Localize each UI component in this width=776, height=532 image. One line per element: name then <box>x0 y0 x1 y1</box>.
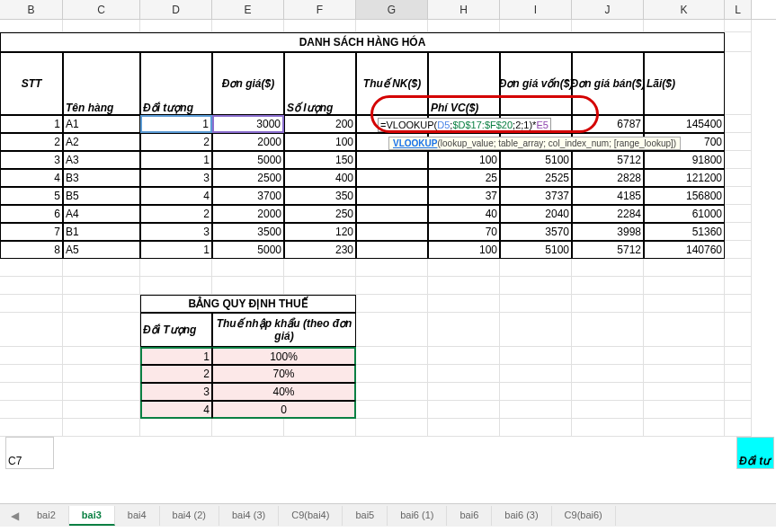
cell[interactable]: 5 <box>0 187 63 205</box>
tax-cell-value[interactable]: 40% <box>212 383 356 401</box>
cell[interactable]: 3998 <box>572 223 644 241</box>
sheet-tab-bai6 (1)[interactable]: bai6 (1) <box>388 506 447 526</box>
cell[interactable]: B5 <box>63 187 140 205</box>
column-headers[interactable]: BCDEFGHIJKL <box>0 0 776 20</box>
col-header-K[interactable]: K <box>644 0 725 19</box>
tax-cell-dt[interactable]: 1 <box>140 347 212 365</box>
sheet-tab-bai2[interactable]: bai2 <box>24 506 69 526</box>
sheet-tab-bai6[interactable]: bai6 <box>447 506 492 526</box>
tax-row[interactable]: 1100% <box>0 347 776 365</box>
cell[interactable]: A1 <box>63 115 140 133</box>
sheet-tab-bai4 (3)[interactable]: bai4 (3) <box>219 506 279 526</box>
tax-cell-dt[interactable]: 2 <box>140 365 212 383</box>
cell[interactable]: 1 <box>140 115 212 133</box>
tax-cell-value[interactable]: 100% <box>212 347 356 365</box>
cell[interactable]: 156800 <box>644 187 725 205</box>
sheet-tab-C9(bai6)[interactable]: C9(bai6) <box>552 506 616 526</box>
cell[interactable] <box>356 241 428 259</box>
cell[interactable]: 250 <box>284 205 356 223</box>
cell[interactable]: 1 <box>140 241 212 259</box>
cell[interactable]: 5000 <box>212 151 284 169</box>
formula-editing-cell[interactable]: =VLOOKUP(D5;$D$17:$F$20;2;1)*E5 <box>378 118 551 132</box>
cell[interactable] <box>356 169 428 187</box>
tax-cell-value[interactable]: 70% <box>212 365 356 383</box>
spreadsheet-grid[interactable]: DANH SÁCH HÀNG HÓA STT Tên hàng Đối tượn… <box>0 20 776 437</box>
tax-cell-value[interactable]: 0 <box>212 401 356 419</box>
cell[interactable] <box>356 151 428 169</box>
cell[interactable]: A4 <box>63 205 140 223</box>
cell[interactable]: 40 <box>428 205 500 223</box>
cell[interactable]: 5000 <box>212 241 284 259</box>
cell[interactable]: 100 <box>428 241 500 259</box>
cell[interactable]: B3 <box>63 169 140 187</box>
cell[interactable]: 145400 <box>644 115 725 133</box>
col-header-G[interactable]: G <box>356 0 428 19</box>
sheet-tab-bai4 (2)[interactable]: bai4 (2) <box>160 506 219 526</box>
cell[interactable]: 5712 <box>572 241 644 259</box>
cell[interactable]: 70 <box>428 223 500 241</box>
cell[interactable]: 3 <box>140 169 212 187</box>
sheet-tab-bai4[interactable]: bai4 <box>115 506 160 526</box>
tax-cell-dt[interactable]: 3 <box>140 383 212 401</box>
tax-cell-dt[interactable]: 4 <box>140 401 212 419</box>
table-row[interactable]: 8A51500023010051005712140760 <box>0 241 776 259</box>
cell[interactable]: 140760 <box>644 241 725 259</box>
col-header-L[interactable]: L <box>725 0 752 19</box>
table-row[interactable]: 6A422000250402040228461000 <box>0 205 776 223</box>
table-row[interactable]: 7B133500120703570399851360 <box>0 223 776 241</box>
cell[interactable]: 230 <box>284 241 356 259</box>
cell[interactable]: A3 <box>63 151 140 169</box>
table-row[interactable]: 5B5437003503737374185156800 <box>0 187 776 205</box>
sheet-tab-bai3[interactable]: bai3 <box>69 506 115 526</box>
cell[interactable]: 4 <box>140 187 212 205</box>
table-row[interactable]: 3A3150001501005100571291800 <box>0 151 776 169</box>
cell[interactable]: 2040 <box>500 205 572 223</box>
cell[interactable]: 51360 <box>644 223 725 241</box>
col-header-F[interactable]: F <box>284 0 356 19</box>
cell[interactable]: 2525 <box>500 169 572 187</box>
cell[interactable]: 2284 <box>572 205 644 223</box>
cell[interactable]: 5100 <box>500 241 572 259</box>
cell[interactable]: 2000 <box>212 205 284 223</box>
cell[interactable]: 5712 <box>572 151 644 169</box>
cell[interactable]: 3737 <box>500 187 572 205</box>
cell[interactable] <box>356 205 428 223</box>
cell[interactable]: 2 <box>140 205 212 223</box>
col-header-C[interactable]: C <box>63 0 140 19</box>
col-header-J[interactable]: J <box>572 0 644 19</box>
cell[interactable]: 8 <box>0 241 63 259</box>
cell[interactable]: 1 <box>0 115 63 133</box>
cell[interactable]: 4185 <box>572 187 644 205</box>
table-row[interactable]: 4B3325004002525252828121200 <box>0 169 776 187</box>
tax-row[interactable]: 40 <box>0 401 776 419</box>
cell[interactable] <box>356 187 428 205</box>
cell[interactable]: 350 <box>284 187 356 205</box>
cell[interactable]: A5 <box>63 241 140 259</box>
cell[interactable]: 100 <box>284 133 356 151</box>
cell[interactable]: 91800 <box>644 151 725 169</box>
cell[interactable]: 2000 <box>212 133 284 151</box>
col-header-H[interactable]: H <box>428 0 500 19</box>
tab-nav-prev-icon[interactable]: ◀ <box>5 510 24 522</box>
cell[interactable]: 200 <box>284 115 356 133</box>
cell[interactable]: 150 <box>284 151 356 169</box>
cell[interactable]: 4 <box>0 169 63 187</box>
sheet-tab-C9(bai4)[interactable]: C9(bai4) <box>279 506 343 526</box>
cell[interactable]: A2 <box>63 133 140 151</box>
sheet-tab-bai5[interactable]: bai5 <box>343 506 388 526</box>
cell[interactable]: 3500 <box>212 223 284 241</box>
cell[interactable]: 5100 <box>500 151 572 169</box>
frozen-cell-right[interactable]: Đối tư <box>736 437 774 469</box>
sheet-tab-bai6 (3)[interactable]: bai6 (3) <box>492 506 551 526</box>
cell[interactable]: 2500 <box>212 169 284 187</box>
tooltip-fn-link[interactable]: VLOOKUP <box>393 138 437 148</box>
col-header-B[interactable]: B <box>0 0 63 19</box>
col-header-D[interactable]: D <box>140 0 212 19</box>
cell[interactable] <box>356 223 428 241</box>
cell[interactable]: B1 <box>63 223 140 241</box>
tax-row[interactable]: 340% <box>0 383 776 401</box>
cell[interactable]: 2 <box>140 133 212 151</box>
cell[interactable]: 1 <box>140 151 212 169</box>
cell[interactable]: 2828 <box>572 169 644 187</box>
frozen-cell-left[interactable]: C7 <box>5 437 54 469</box>
